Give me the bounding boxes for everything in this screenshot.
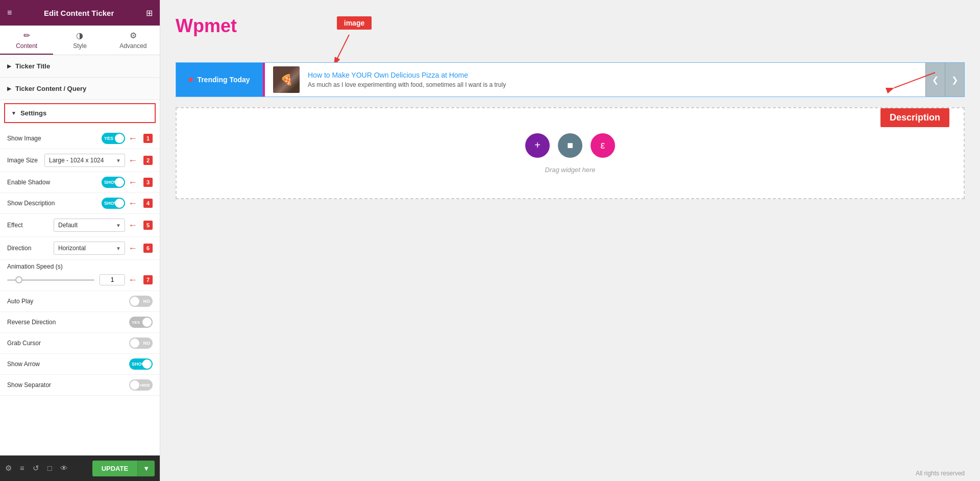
animation-speed-slider[interactable] [7, 279, 94, 281]
grab-cursor-label: Grab Cursor [7, 340, 129, 347]
panel-content: ▶ Ticker Title ▶ Ticker Content / Query … [0, 55, 160, 455]
enable-shadow-label: Enable Shadow [7, 179, 102, 186]
advanced-tab-icon: ⚙ [130, 31, 137, 40]
effect-label: Effect [7, 222, 54, 229]
row-animation-speed: Animation Speed (s) ← 7 [0, 260, 160, 291]
show-image-toggle[interactable]: YES [102, 133, 125, 144]
widget-library-button[interactable]: ■ [558, 133, 582, 158]
arrow-2-icon: ← [128, 155, 137, 166]
effect-wrapper: Default Slide Fade ▼ [54, 219, 125, 232]
image-size-label: Image Size [7, 157, 44, 164]
show-separator-label: Show Separator [7, 381, 129, 389]
effect-select[interactable]: Default Slide Fade [54, 219, 125, 232]
badge-1: 1 [143, 134, 153, 143]
row-show-image: Show Image YES ← 1 [0, 128, 160, 149]
content-tab-icon: ✏ [23, 31, 30, 40]
badge-4: 4 [143, 199, 153, 208]
row-reverse-direction: Reverse Direction YES [0, 312, 160, 333]
show-arrow-label: Show Arrow [7, 360, 129, 368]
update-dropdown-button[interactable]: ▼ [137, 461, 155, 476]
layers-icon[interactable]: ≡ [20, 464, 24, 473]
settings-bottom-icon[interactable]: ⚙ [5, 464, 12, 473]
settings-section-wrapper: ▼ Settings [4, 103, 156, 123]
sidebar-title: Edit Content Ticker [44, 9, 114, 17]
arrow-1-icon: ← [128, 133, 137, 144]
row-image-size: Image Size Large - 1024 x 1024 Thumbnail… [0, 149, 160, 172]
menu-icon[interactable]: ≡ [7, 8, 12, 17]
show-image-label: Show Image [7, 135, 102, 142]
auto-play-toggle-label: NO [143, 299, 151, 304]
grab-cursor-toggle-label: NO [143, 341, 151, 346]
bottom-bar: ⚙ ≡ ↺ □ 👁 UPDATE ▼ [0, 455, 160, 481]
direction-select[interactable]: Horizontal Vertical [54, 242, 125, 255]
ticker-dot [189, 78, 193, 82]
reverse-direction-toggle-label: YES [132, 320, 140, 325]
tab-content-label: Content [16, 42, 37, 50]
responsive-icon[interactable]: □ [47, 464, 52, 473]
arrow-6-icon: ← [128, 243, 137, 254]
ticker-prev-btn[interactable]: ❮ [925, 63, 945, 97]
update-button[interactable]: UPDATE [92, 461, 137, 476]
row-enable-shadow: Enable Shadow SHOW ← 3 [0, 172, 160, 193]
sidebar-header: ≡ Edit Content Ticker ⊞ [0, 0, 160, 26]
ticker-thumbnail: 🍕 [273, 66, 300, 93]
ticker-label-text: Trending Today [197, 76, 250, 84]
auto-play-knob [130, 297, 139, 306]
footer-text: All rights reserved [916, 470, 965, 477]
direction-label: Direction [7, 245, 54, 252]
tab-content[interactable]: ✏ Content [0, 26, 53, 55]
grid-icon[interactable]: ⊞ [146, 8, 153, 18]
add-widget-button[interactable]: + [525, 133, 550, 158]
image-size-wrapper: Large - 1024 x 1024 Thumbnail - 150 x 15… [44, 154, 125, 167]
direction-wrapper: Horizontal Vertical ▼ [54, 242, 125, 255]
bottom-icons: ⚙ ≡ ↺ □ 👁 [5, 464, 68, 473]
ticker-post-desc: As much as I love experimenting with foo… [308, 81, 917, 88]
preview-icon[interactable]: 👁 [60, 464, 68, 473]
auto-play-toggle[interactable]: NO [129, 296, 153, 307]
row-effect: Effect Default Slide Fade ▼ ← 5 [0, 214, 160, 237]
history-icon[interactable]: ↺ [33, 464, 39, 473]
grab-cursor-knob [130, 339, 139, 348]
row-auto-play: Auto Play NO [0, 291, 160, 312]
arrow-5-icon: ← [128, 220, 137, 231]
image-size-select[interactable]: Large - 1024 x 1024 Thumbnail - 150 x 15… [44, 154, 125, 167]
animation-speed-label: Animation Speed (s) [7, 263, 153, 270]
tab-style-label: Style [73, 42, 87, 50]
elementor-button[interactable]: ε [591, 133, 615, 158]
show-image-knob [115, 134, 124, 143]
show-description-toggle[interactable]: SHOW [102, 198, 125, 209]
drag-area: + ■ ε Drag widget here [176, 107, 965, 199]
ticker-section: image Trending Today [176, 62, 965, 97]
animation-speed-input[interactable] [100, 274, 125, 285]
row-show-arrow: Show Arrow SHOW [0, 354, 160, 375]
settings-arrow: ▼ [11, 110, 16, 116]
show-separator-toggle-label: HIDE [140, 383, 150, 388]
ticker-next-btn[interactable]: ❯ [945, 63, 964, 97]
brand-title: Wpmet [176, 15, 965, 37]
grab-cursor-toggle[interactable]: NO [129, 338, 153, 349]
ticker-content: 🍕 How to Make YOUR Own Delicious Pizza a… [265, 63, 925, 97]
enable-shadow-toggle[interactable]: SHOW [102, 177, 125, 188]
arrow-7-icon: ← [128, 275, 137, 285]
show-image-toggle-label: YES [104, 136, 113, 141]
ticker-title-arrow: ▶ [7, 63, 11, 69]
reverse-direction-label: Reverse Direction [7, 319, 129, 326]
section-ticker-content[interactable]: ▶ Ticker Content / Query [0, 78, 160, 100]
tab-bar: ✏ Content ◑ Style ⚙ Advanced [0, 26, 160, 55]
settings-rows: Show Image YES ← 1 Image Size Large - [0, 126, 160, 398]
show-arrow-toggle[interactable]: SHOW [129, 358, 153, 370]
show-separator-toggle[interactable]: HIDE [129, 379, 153, 391]
section-ticker-title[interactable]: ▶ Ticker Title [0, 55, 160, 78]
ticker-post-title[interactable]: How to Make YOUR Own Delicious Pizza at … [308, 71, 917, 79]
tab-advanced[interactable]: ⚙ Advanced [107, 26, 160, 55]
row-direction: Direction Horizontal Vertical ▼ ← 6 [0, 237, 160, 260]
tab-style[interactable]: ◑ Style [53, 26, 106, 55]
ticker-nav: ❮ ❯ [925, 63, 964, 97]
show-separator-knob [130, 380, 139, 390]
badge-7: 7 [143, 275, 153, 284]
auto-play-label: Auto Play [7, 298, 129, 305]
settings-header[interactable]: ▼ Settings [5, 104, 155, 122]
drag-icons: + ■ ε [525, 133, 615, 158]
row-show-description: Show Description SHOW ← 4 [0, 193, 160, 214]
reverse-direction-toggle[interactable]: YES [129, 317, 153, 328]
